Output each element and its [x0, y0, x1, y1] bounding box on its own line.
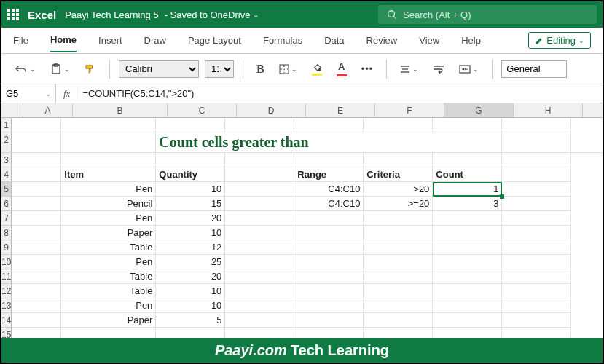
cell-item: Paper	[61, 313, 156, 328]
wrap-text-button[interactable]	[428, 62, 449, 76]
sheet-title: Count cells greater than	[156, 132, 433, 153]
selection-handle[interactable]	[500, 194, 504, 199]
font-color-button[interactable]: A	[332, 58, 351, 79]
row-header-8[interactable]: 8	[1, 226, 12, 240]
format-painter-button[interactable]	[80, 61, 101, 77]
row-header-1[interactable]: 1	[1, 118, 12, 132]
document-title[interactable]: Paayi Tech Learning 5 - Saved to OneDriv…	[65, 9, 259, 20]
merge-button[interactable]: ⌄	[455, 62, 483, 76]
row-header-10[interactable]: 10	[1, 255, 12, 269]
row-headers: 1 2 3 4 5 6 7 8 9 10 11 12 13 14 15	[1, 118, 12, 342]
header-count: Count	[433, 167, 502, 182]
paste-button[interactable]: ⌄	[46, 60, 74, 78]
cell-qty: 10	[156, 182, 225, 197]
cell-crit: >=20	[364, 197, 433, 211]
cell-item: Pen	[61, 298, 156, 313]
cell-item: Table	[61, 284, 156, 298]
formula-input[interactable]: =COUNTIF(C5:C14,">20")	[78, 88, 603, 99]
cell-qty: 25	[156, 255, 225, 269]
row-header-5[interactable]: 5	[1, 182, 12, 197]
cell-range: C4:C10	[294, 197, 364, 211]
cell-qty: 10	[156, 284, 225, 298]
cell-qty: 5	[156, 313, 225, 328]
col-header-f[interactable]: F	[375, 103, 444, 117]
formula-bar: G5⌄ fx =COUNTIF(C5:C14,">20")	[1, 84, 603, 103]
chevron-down-icon: ⌄	[578, 37, 584, 44]
tab-formulas[interactable]: Formulas	[263, 29, 302, 52]
row-header-6[interactable]: 6	[1, 197, 12, 211]
select-all-corner[interactable]	[1, 103, 23, 117]
cell-count: 3	[433, 197, 502, 211]
row-header-11[interactable]: 11	[1, 269, 12, 284]
cell-item: Pen	[61, 211, 156, 226]
chevron-down-icon: ⌄	[253, 11, 259, 19]
header-quantity: Quantity	[156, 167, 225, 182]
name-box[interactable]: G5⌄	[1, 84, 56, 103]
app-name: Excel	[28, 9, 56, 21]
cell-count: 1	[433, 182, 502, 197]
col-header-a[interactable]: A	[23, 103, 73, 117]
tab-pagelayout[interactable]: Page Layout	[188, 29, 241, 52]
cell-qty: 20	[156, 211, 225, 226]
search-icon	[387, 9, 397, 20]
fill-color-button[interactable]	[307, 60, 326, 79]
cell-item: Table	[61, 269, 156, 284]
editing-mode-button[interactable]: Editing ⌄	[528, 32, 591, 49]
row-header-3[interactable]: 3	[1, 153, 12, 167]
cell-item: Pencil	[61, 197, 156, 211]
pencil-icon	[535, 36, 544, 45]
fx-label[interactable]: fx	[56, 88, 78, 100]
row-header-2[interactable]: 2	[1, 132, 12, 153]
cell-qty: 12	[156, 240, 225, 255]
cells-area[interactable]: Count cells greater than ItemQuantityRan…	[12, 118, 604, 342]
row-header-9[interactable]: 9	[1, 240, 12, 255]
align-center-button[interactable]: ⌄	[396, 62, 423, 76]
row-header-12[interactable]: 12	[1, 284, 12, 298]
header-criteria: Criteria	[364, 167, 433, 182]
editing-label: Editing	[546, 35, 576, 46]
doc-name-text: Paayi Tech Learning 5	[65, 9, 158, 20]
cell-range: C4:C10	[294, 182, 364, 197]
ribbon-tabs: File Home Insert Draw Page Layout Formul…	[1, 28, 603, 54]
cell-qty: 10	[156, 226, 225, 240]
bold-button[interactable]: B	[252, 60, 269, 79]
header-item: Item	[61, 167, 156, 182]
title-bar: Excel Paayi Tech Learning 5 - Saved to O…	[1, 1, 603, 28]
number-format-select[interactable]: General	[501, 60, 567, 78]
row-header-14[interactable]: 14	[1, 313, 12, 328]
row-header-13[interactable]: 13	[1, 298, 12, 313]
tab-data[interactable]: Data	[324, 29, 344, 52]
row-header-7[interactable]: 7	[1, 211, 12, 226]
search-box[interactable]: Search (Alt + Q)	[378, 5, 597, 24]
search-placeholder: Search (Alt + Q)	[403, 9, 471, 20]
more-font-button[interactable]: •••	[357, 60, 378, 77]
column-headers: A B C D E F G H	[1, 103, 603, 118]
tab-view[interactable]: View	[419, 29, 439, 52]
row-header-4[interactable]: 4	[1, 167, 12, 182]
tab-review[interactable]: Review	[366, 29, 398, 52]
borders-button[interactable]: ⌄	[275, 61, 302, 77]
tab-file[interactable]: File	[13, 29, 28, 52]
spreadsheet-grid[interactable]: A B C D E F G H 1 2 3 4 5 6 7 8 9 10 11 …	[1, 103, 603, 342]
col-header-b[interactable]: B	[73, 103, 168, 117]
tab-help[interactable]: Help	[461, 29, 481, 52]
col-header-e[interactable]: E	[306, 103, 375, 117]
app-launcher-icon[interactable]	[7, 9, 19, 20]
col-header-d[interactable]: D	[237, 103, 306, 117]
footer-branding: Paayi.com Tech Learning	[1, 338, 603, 363]
font-name-select[interactable]: Calibri	[119, 60, 199, 78]
font-size-select[interactable]: 11	[205, 60, 234, 78]
undo-button[interactable]: ⌄	[10, 61, 40, 77]
header-range: Range	[294, 167, 364, 182]
tab-home[interactable]: Home	[50, 28, 77, 52]
col-header-c[interactable]: C	[168, 103, 237, 117]
saved-status: - Saved to OneDrive	[165, 9, 251, 20]
svg-point-0	[388, 11, 395, 17]
svg-line-1	[394, 17, 397, 20]
cell-qty: 15	[156, 197, 225, 211]
col-header-h[interactable]: H	[514, 103, 583, 117]
col-header-g[interactable]: G	[444, 103, 514, 117]
cell-item: Pen	[61, 255, 156, 269]
tab-draw[interactable]: Draw	[144, 29, 166, 52]
tab-insert[interactable]: Insert	[98, 29, 122, 52]
